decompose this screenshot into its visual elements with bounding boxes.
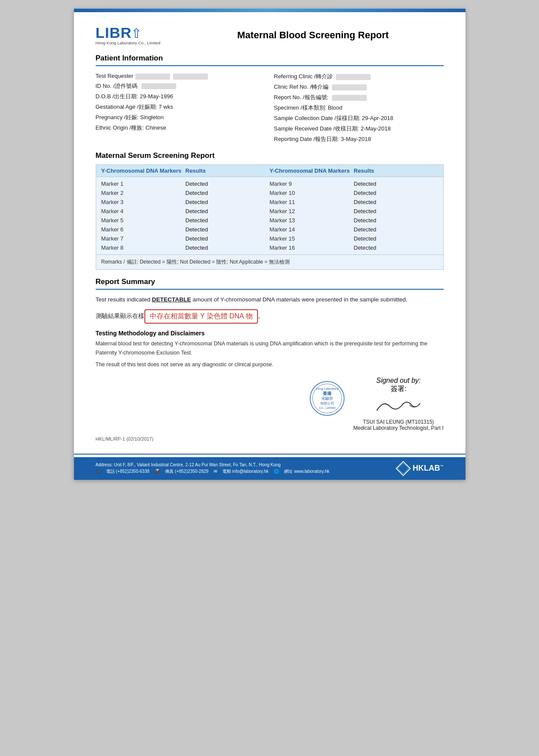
signature-svg — [372, 395, 425, 417]
methodology-text2: The result of this test does not serve a… — [96, 360, 444, 369]
marker-name: Marker 10 — [270, 190, 354, 196]
table-row: Marker 1Detected — [101, 180, 270, 188]
stamp-line3: 化驗所 — [321, 396, 333, 401]
field-value-blurred2 — [173, 74, 208, 80]
field-label: Sample Collection Date /採樣日期: 29-Apr-201… — [274, 115, 394, 121]
footer-code: HKL/ML/RP-1 (02/10/2017) — [96, 436, 444, 442]
table-data: Marker 1DetectedMarker 2DetectedMarker 3… — [96, 177, 443, 254]
signature-section: Kong Laboratory 香港 化驗所 有限公司 Co., Limited… — [96, 377, 444, 431]
col4-header: Results — [354, 167, 438, 174]
marker-name: Marker 4 — [101, 208, 186, 214]
table-row: Marker 4Detected — [101, 207, 270, 215]
field-label: ID No. /證件號碼 — [96, 83, 137, 89]
libra-logo: LIBR ⇧ — [96, 25, 183, 40]
table-row: Marker 6Detected — [101, 225, 270, 234]
field-value-blurred — [332, 95, 367, 101]
marker-name: Marker 14 — [270, 226, 354, 233]
signer-title: Medical Laboratory Technologist, Part I — [353, 425, 443, 431]
footer-bar: Address: Unit F, 8/F., Valiant Industria… — [74, 457, 465, 480]
logo-area: LIBR ⇧ Hong Kong Laboratory Co., Limited — [96, 25, 183, 45]
patient-row: Reporting Date /報告日期: 3-May-2018 — [274, 134, 444, 144]
field-value-blurred — [135, 74, 170, 80]
field-label: D.O.B /出生日期: 29-May-1996 — [96, 93, 173, 100]
signer-name: TSUI SAI LEUNG (MT101315) — [353, 419, 443, 425]
marker-result: Detected — [354, 226, 438, 233]
logo-arrow: ⇧ — [131, 27, 142, 40]
header-section: LIBR ⇧ Hong Kong Laboratory Co., Limited… — [96, 25, 444, 45]
chinese-post: 。 — [258, 312, 264, 320]
stamp-line2: 香港 — [323, 391, 331, 396]
top-bar — [74, 9, 465, 12]
report-title: Maternal Blood Screening Report — [183, 30, 444, 41]
left-marker-col: Marker 1DetectedMarker 2DetectedMarker 3… — [101, 180, 270, 252]
patient-info-title: Patient Information — [96, 54, 444, 63]
patient-right-col: Referring Clinic /轉介診 Clinic Ref No. /轉介… — [274, 71, 444, 144]
marker-result: Detected — [354, 235, 438, 242]
table-row: Marker 5Detected — [101, 216, 270, 224]
marker-name: Marker 16 — [270, 244, 354, 251]
marker-result: Detected — [185, 244, 270, 251]
field-label: Gestational Age /妊娠期: 7 wks — [96, 104, 173, 110]
footer-email-icon: ✉ — [214, 469, 217, 474]
marker-name: Marker 8 — [101, 244, 186, 251]
table-row: Marker 16Detected — [270, 244, 438, 252]
marker-name: Marker 13 — [270, 217, 354, 224]
signed-by-chinese: 簽署: — [391, 385, 406, 392]
field-label: Pregnancy /妊娠: Singleton — [96, 114, 164, 120]
marker-result: Detected — [185, 235, 270, 242]
footer-email: 電郵 info@laboratory.hk — [222, 468, 268, 475]
report-summary-section: Report Summary Test results indicated DE… — [96, 278, 444, 325]
methodology-section: Testing Methodology and Disclaimers Mate… — [96, 330, 444, 370]
patient-row: Referring Clinic /轉介診 — [274, 71, 444, 82]
marker-name: Marker 7 — [101, 235, 186, 242]
methodology-title: Testing Methodology and Disclaimers — [96, 330, 444, 337]
document-page: LIBR ⇧ Hong Kong Laboratory Co., Limited… — [74, 9, 465, 480]
marker-result: Detected — [354, 190, 438, 196]
hklab-diamond-icon — [395, 461, 411, 476]
marker-result: Detected — [354, 217, 438, 224]
logo-text-libr: LIBR — [96, 25, 132, 40]
footer-info: Address: Unit F, 8/F., Valiant Industria… — [96, 462, 329, 475]
chinese-highlight: 中存在相當數量 Y 染色體 DNA 物 — [144, 309, 258, 324]
chinese-pre: 測驗結果顯示在樣 — [96, 312, 144, 320]
chinese-text-row: 測驗結果顯示在樣 中存在相當數量 Y 染色體 DNA 物 。 — [96, 308, 444, 325]
marker-name: Marker 11 — [270, 199, 354, 205]
footer-address: Address: Unit F, 8/F., Valiant Industria… — [96, 462, 281, 467]
marker-result: Detected — [185, 199, 270, 205]
footer-phone-icon: 📞 — [96, 469, 101, 474]
patient-row: Ethnic Origin /種族: Chinese — [96, 123, 265, 133]
footer-web-icon: 🌐 — [274, 469, 279, 474]
marker-name: Marker 15 — [270, 235, 354, 242]
table-row: Marker 15Detected — [270, 234, 438, 243]
table-row: Marker 13Detected — [270, 216, 438, 224]
patient-row: Sample Collection Date /採樣日期: 29-Apr-201… — [274, 113, 444, 124]
field-label: Report No. /報告編號: — [274, 94, 330, 100]
footer-fax: 傳真 (+852)2350-2829 — [165, 468, 208, 475]
table-row: Marker 10Detected — [270, 189, 438, 197]
marker-name: Marker 9 — [270, 181, 354, 187]
table-row: Marker 8Detected — [101, 244, 270, 252]
stamp-line1: Kong Laboratory — [316, 387, 338, 391]
marker-result: Detected — [354, 244, 438, 251]
signature-image — [372, 395, 425, 417]
patient-row: Clinic Ref No. /轉介編 — [274, 82, 444, 92]
patient-row: ID No. /證件號碼 — [96, 81, 265, 91]
stamp-line5: Co., Limited — [319, 406, 335, 410]
marker-name: Marker 6 — [101, 226, 186, 233]
patient-row: Sample Received Date /收樣日期: 2-May-2018 — [274, 124, 444, 134]
hklab-logo: HKLAB™ — [395, 461, 444, 476]
svg-marker-1 — [398, 463, 408, 474]
table-row: Marker 2Detected — [101, 189, 270, 197]
sign-block: Signed out by: 簽署: TSUI SAI LEUNG (MT101… — [353, 377, 443, 431]
patient-row: Specimen /樣本類別: Blood — [274, 103, 444, 113]
marker-result: Detected — [354, 208, 438, 214]
marker-name: Marker 3 — [101, 199, 186, 205]
footer-fax-icon: 📠 — [154, 469, 160, 474]
patient-row: Gestational Age /妊娠期: 7 wks — [96, 102, 265, 112]
screening-report-title: Maternal Serum Screening Report — [96, 151, 444, 160]
field-value-blurred — [332, 84, 367, 90]
patient-row: Report No. /報告編號: — [274, 92, 444, 103]
patient-grid: Test Requester ID No. /證件號碼 D.O.B /出生日期:… — [96, 71, 444, 144]
col2-header: Results — [185, 167, 270, 174]
field-value-blurred — [336, 74, 371, 80]
